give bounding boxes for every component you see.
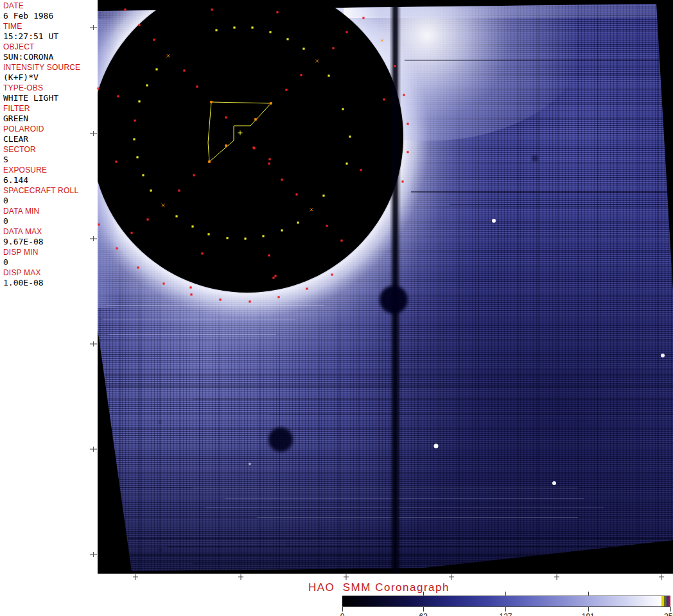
coronagraph-viewer-window: DATE6 Feb 1986TIME15:27:51 UTOBJECTSUN:C…: [0, 0, 673, 616]
colorbar-tick: [588, 607, 589, 612]
field-value: 1.00E-08: [3, 277, 96, 288]
metadata-field: OBJECTSUN:CORONA: [3, 43, 96, 64]
field-label: DATE: [3, 2, 96, 10]
colorbar-tick-label: 127: [499, 612, 512, 616]
colorbar-tick-label: 191: [582, 612, 595, 616]
field-label: TYPE-OBS: [3, 84, 96, 92]
field-label: OBJECT: [3, 43, 96, 51]
colorbar-top-tick: [505, 592, 506, 595]
field-value: 6.144: [3, 175, 96, 185]
metadata-field: TIME15:27:51 UT: [3, 22, 96, 43]
field-label: DATA MAX: [3, 228, 96, 236]
field-label: EXPOSURE: [3, 166, 96, 175]
colorbar-tick: [423, 607, 424, 612]
field-label: DATA MIN: [3, 207, 96, 216]
colorbar: 063127191255: [342, 595, 670, 607]
metadata-field: INTENSITY SOURCE(K+F)*V: [3, 64, 96, 84]
field-value: 0: [3, 195, 96, 206]
colorbar-tick-label: 255: [664, 612, 673, 616]
metadata-field: DISP MIN0: [3, 248, 96, 269]
field-value: 0: [3, 216, 96, 227]
field-value: SUN:CORONA: [3, 51, 96, 62]
metadata-panel: DATE6 Feb 1986TIME15:27:51 UTOBJECTSUN:C…: [0, 0, 96, 581]
field-value: GREEN: [3, 113, 96, 124]
colorbar-tick-label: 63: [419, 612, 428, 616]
colorbar-tick-label: 0: [340, 612, 345, 616]
metadata-field: SPACECRAFT ROLL0: [3, 187, 96, 207]
metadata-field: FILTERGREEN: [3, 105, 96, 125]
field-label: TIME: [3, 22, 96, 31]
colorbar-tick: [670, 607, 671, 612]
field-label: SPACECRAFT ROLL: [3, 187, 96, 195]
field-value: 0: [3, 257, 96, 268]
field-value: 6 Feb 1986: [3, 10, 96, 21]
metadata-field: SECTORS: [3, 146, 96, 166]
metadata-field: DATA MAX9.67E-08: [3, 228, 96, 248]
metadata-field: DATA MIN0: [3, 207, 96, 228]
field-value: 15:27:51 UT: [3, 31, 96, 42]
colorbar-gradient: [342, 596, 670, 606]
colorbar-top-tick: [588, 592, 589, 595]
field-value: CLEAR: [3, 133, 96, 144]
footer: HAO SMM Coronagraph 063127191255: [0, 581, 673, 616]
image-title: HAO SMM Coronagraph: [308, 581, 450, 594]
field-label: INTENSITY SOURCE: [3, 64, 96, 72]
field-label: FILTER: [3, 105, 96, 113]
field-value: 9.67E-08: [3, 236, 96, 247]
field-value: WHITE LIGHT: [3, 92, 96, 103]
field-label: SECTOR: [3, 146, 96, 154]
metadata-field: EXPOSURE6.144: [3, 166, 96, 187]
field-label: POLAROID: [3, 125, 96, 133]
metadata-field: TYPE-OBSWHITE LIGHT: [3, 84, 96, 105]
field-label: DISP MIN: [3, 248, 96, 257]
coronagraph-image: [0, 0, 673, 616]
colorbar-tick: [505, 607, 506, 612]
metadata-field: DISP MAX1.00E-08: [3, 269, 96, 289]
field-label: DISP MAX: [3, 269, 96, 277]
field-value: (K+F)*V: [3, 72, 96, 83]
field-value: S: [3, 154, 96, 165]
colorbar-tick: [342, 607, 343, 612]
colorbar-top-tick: [423, 592, 424, 595]
metadata-field: POLAROIDCLEAR: [3, 125, 96, 146]
metadata-field: DATE6 Feb 1986: [3, 2, 96, 22]
